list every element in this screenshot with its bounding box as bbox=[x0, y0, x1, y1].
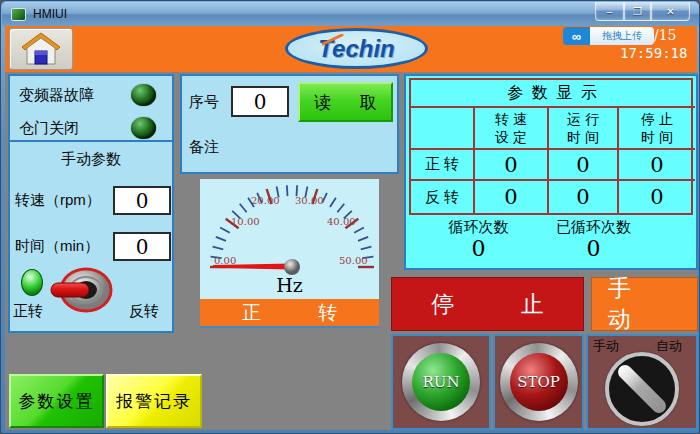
forward-label: 正转 bbox=[13, 302, 43, 321]
param-table: 参 数 显 示 转 速 设 定 运 行 时 间 停 止 时 间 正 转 0 0 … bbox=[409, 78, 693, 215]
upload-badge[interactable]: ∞ 拖拽上传 bbox=[563, 27, 654, 45]
gauge-face: 0.00 10.00 20.00 30.00 40.00 50.00 Hz bbox=[200, 179, 379, 299]
cycled-count-value: 0 bbox=[521, 236, 666, 261]
cycled-count-label: 已循环次数 bbox=[521, 218, 666, 237]
techin-logo: Techin bbox=[285, 28, 428, 69]
param-table-title: 参 数 显 示 bbox=[411, 80, 695, 108]
speed-input[interactable] bbox=[113, 186, 171, 215]
cell-rev-runtime: 0 bbox=[549, 181, 619, 213]
mode-banner: 正 转 bbox=[200, 299, 379, 326]
rotary-selector-switch[interactable] bbox=[605, 352, 679, 426]
home-button[interactable] bbox=[9, 28, 73, 70]
manual-param-title: 手动参数 bbox=[10, 150, 172, 169]
gauge-tick-10: 10.00 bbox=[231, 216, 260, 227]
door-closed-led bbox=[131, 117, 156, 139]
run-push-button[interactable]: RUN bbox=[402, 343, 480, 421]
app-icon bbox=[11, 8, 26, 21]
gauge-tick-20: 20.00 bbox=[251, 195, 280, 206]
gauge-tick-50: 50.00 bbox=[339, 255, 368, 266]
direction-toggle-switch[interactable] bbox=[50, 266, 120, 313]
page-indicator: /15 bbox=[654, 27, 677, 43]
alarm-record-button[interactable]: 报警记录 bbox=[106, 374, 202, 428]
manual-mode-button[interactable]: 手 动 bbox=[591, 277, 698, 331]
time-label: 时间（min） bbox=[15, 237, 99, 256]
door-closed-label: 仓门关闭 bbox=[19, 119, 79, 138]
window-title: HMIUI bbox=[33, 7, 67, 21]
param-settings-button[interactable]: 参数设置 bbox=[9, 374, 104, 428]
speed-label: 转速（rpm） bbox=[15, 191, 101, 210]
close-button[interactable]: ✕ bbox=[651, 2, 690, 21]
cell-rev-speed: 0 bbox=[475, 181, 549, 213]
home-icon bbox=[21, 32, 61, 66]
gauge-tick-30: 30.00 bbox=[295, 195, 324, 206]
rotary-manual-label: 手动 bbox=[593, 337, 619, 355]
cell-fwd-runtime: 0 bbox=[549, 150, 619, 181]
gauge-unit: Hz bbox=[200, 274, 379, 296]
gauge-tick-40: 40.00 bbox=[327, 216, 356, 227]
serial-label: 序号 bbox=[189, 93, 219, 112]
status-panel: 变频器故障 仓门关闭 bbox=[8, 74, 174, 142]
logo-swoosh-icon bbox=[322, 34, 344, 46]
titlebar: HMIUI – ❐ ✕ bbox=[2, 2, 699, 26]
share-icon: ∞ bbox=[563, 27, 590, 45]
serial-input[interactable] bbox=[231, 86, 289, 117]
row-label-reverse: 反 转 bbox=[411, 181, 475, 213]
minimize-button[interactable]: – bbox=[595, 2, 624, 21]
reverse-label: 反转 bbox=[129, 302, 159, 321]
clock: 17:59:18 bbox=[620, 45, 687, 61]
manual-param-panel: 手动参数 转速（rpm） 时间（min） 正转 反转 bbox=[8, 140, 174, 333]
stop-command-button[interactable]: 停 止 bbox=[391, 277, 584, 331]
window-controls: – ❐ ✕ bbox=[595, 2, 690, 21]
row-label-forward: 正 转 bbox=[411, 150, 475, 181]
stop-push-button[interactable]: STOP bbox=[500, 343, 578, 421]
corner-cell bbox=[411, 108, 475, 150]
inverter-fault-label: 变频器故障 bbox=[19, 86, 94, 105]
upload-label: 拖拽上传 bbox=[590, 27, 654, 45]
run-push-panel: RUN bbox=[391, 334, 491, 430]
rotary-auto-label: 自动 bbox=[656, 337, 682, 355]
cell-rev-stoptime: 0 bbox=[619, 181, 695, 213]
read-button[interactable]: 读 取 bbox=[298, 82, 393, 122]
gauge-tick-0: 0.00 bbox=[214, 255, 236, 266]
app-window: HMIUI – ❐ ✕ Techin ∞ 拖拽上传 /15 17:59:18 变… bbox=[0, 0, 700, 434]
col-header-runtime: 运 行 时 间 bbox=[549, 108, 619, 150]
time-input[interactable] bbox=[113, 232, 171, 261]
rotary-lever bbox=[615, 362, 669, 416]
forward-run-led bbox=[21, 269, 43, 296]
col-header-stoptime: 停 止 时 间 bbox=[619, 108, 695, 150]
frequency-gauge: 0.00 10.00 20.00 30.00 40.00 50.00 Hz 正 … bbox=[200, 179, 379, 328]
cell-fwd-stoptime: 0 bbox=[619, 150, 695, 181]
col-header-speed: 转 速 设 定 bbox=[475, 108, 549, 150]
remark-label: 备注 bbox=[189, 138, 219, 157]
inverter-fault-led bbox=[131, 84, 156, 106]
stop-push-panel: STOP bbox=[493, 334, 584, 430]
param-display-panel: 参 数 显 示 转 速 设 定 运 行 时 间 停 止 时 间 正 转 0 0 … bbox=[404, 74, 698, 270]
gauge-hub bbox=[284, 259, 300, 275]
cell-fwd-speed: 0 bbox=[475, 150, 549, 181]
maximize-button[interactable]: ❐ bbox=[624, 2, 651, 21]
